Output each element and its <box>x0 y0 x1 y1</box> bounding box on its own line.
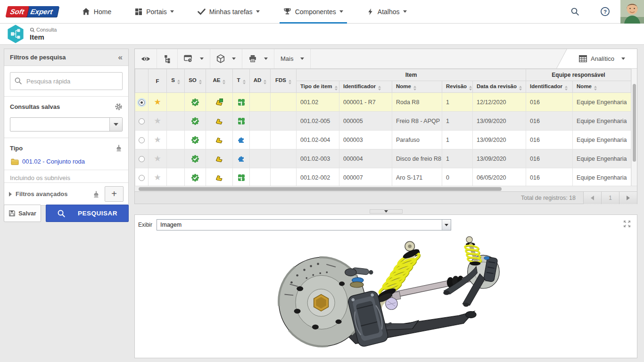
user-avatar[interactable] <box>620 0 644 24</box>
col-ad[interactable]: AD <box>250 69 271 93</box>
type-filter-value[interactable]: 001.02 - Conjunto roda <box>11 158 122 165</box>
view-mode-tab-analitico[interactable]: Analítico <box>567 49 637 68</box>
quick-search-input[interactable] <box>10 72 123 90</box>
advanced-filters-toggle[interactable]: Filtros avançados <box>16 190 68 197</box>
cell-nome: Disco de freio R8 <box>392 149 442 168</box>
structure-tree-button[interactable] <box>157 49 178 68</box>
saved-queries-select[interactable] <box>10 117 123 132</box>
nav-home[interactable]: Home <box>80 0 113 24</box>
table-row[interactable]: ★ 001.02 000001 - R7 Roda R8 1 12/12/202… <box>135 93 631 112</box>
total-records: Total de registros: 18 <box>521 195 576 201</box>
col-equipe-identificador[interactable]: Identificador <box>526 81 573 93</box>
cell-tipo-de-item: 001.02-003 <box>297 149 339 168</box>
exibir-value: Imagem <box>157 222 442 228</box>
t-structure-icon <box>237 173 246 182</box>
cell-equipe-identificador: 016 <box>526 131 573 149</box>
col-group-item: Item <box>297 69 526 81</box>
col-fds[interactable]: FDS <box>271 69 297 93</box>
col-identificador[interactable]: Identificador <box>339 81 392 93</box>
tasks-check-icon <box>198 8 206 16</box>
softexpert-logo[interactable]: Soft Expert <box>7 6 58 17</box>
table-row[interactable]: ★ 001.02-003 000004 Disco de freio R8 1 … <box>135 149 631 168</box>
row-radio[interactable] <box>139 156 145 162</box>
favorite-star-icon[interactable]: ★ <box>154 154 161 163</box>
sort-icon <box>565 86 568 90</box>
so-status-approved-icon <box>191 136 199 144</box>
table-row[interactable]: ★ 001.02-002 000007 Aro S-171 0 06/05/20… <box>135 168 631 186</box>
col-equipe-nome[interactable]: Nome <box>573 81 631 93</box>
panel-splitter-handle[interactable] <box>370 209 403 214</box>
fullscreen-icon[interactable] <box>623 220 631 228</box>
cell-s <box>167 93 185 112</box>
col-tipo-de-item[interactable]: Tipo de item <box>297 81 339 93</box>
collapse-sidebar-icon[interactable]: « <box>118 53 123 61</box>
sublevels-note: Incluindo os subníveis <box>4 170 128 182</box>
table-row[interactable]: ★ 001.02-005 000005 Freio R8 - APQP 1 13… <box>135 112 631 131</box>
favorite-star-icon[interactable]: ★ <box>154 135 161 144</box>
search-submit-button[interactable]: PESQUISAR <box>46 205 129 222</box>
ae-cad-part-icon <box>215 173 223 182</box>
item-image-preview <box>266 229 502 353</box>
add-filter-button[interactable]: + <box>105 186 124 202</box>
col-revisao[interactable]: Revisão <box>442 81 473 93</box>
horizontal-scrollbar[interactable] <box>135 186 637 191</box>
gear-icon[interactable] <box>115 103 123 111</box>
cell-ad <box>250 112 271 131</box>
cell-revisao: 1 <box>442 112 473 131</box>
nav-label: Componentes <box>295 8 336 16</box>
sort-icon <box>378 86 381 90</box>
favorite-star-icon[interactable]: ★ <box>154 116 161 125</box>
save-button[interactable]: Salvar <box>4 205 41 222</box>
nav-portais[interactable]: Portais <box>133 0 176 24</box>
row-radio[interactable] <box>139 137 145 143</box>
nav-componentes[interactable]: Componentes <box>281 0 345 24</box>
row-radio[interactable] <box>139 99 145 106</box>
chevron-down-icon <box>200 58 204 60</box>
col-s[interactable]: S <box>167 69 185 93</box>
print-button[interactable] <box>242 49 274 68</box>
next-page-button[interactable] <box>619 192 637 204</box>
col-t[interactable]: T <box>233 69 250 93</box>
col-so[interactable]: SO <box>185 69 206 93</box>
col-nome[interactable]: Nome <box>392 81 442 93</box>
col-favorite[interactable]: F <box>149 69 167 93</box>
floppy-icon <box>8 210 16 217</box>
row-radio[interactable] <box>139 118 145 124</box>
cell-equipe-identificador: 016 <box>526 168 573 186</box>
nav-minhas-tarefas[interactable]: Minhas tarefas <box>196 0 262 24</box>
global-search-icon[interactable] <box>560 7 590 16</box>
cell-equipe-nome: Equipe Engenharia <box>573 112 631 131</box>
cell-identificador: 000005 <box>339 112 392 131</box>
nav-atalhos[interactable]: Atalhos <box>365 0 409 24</box>
cell-nome: Parafuso <box>392 131 442 149</box>
cell-s <box>167 149 185 168</box>
cell-fds <box>271 112 297 131</box>
help-icon[interactable]: ? <box>590 7 620 16</box>
ae-cad-part-icon <box>215 136 223 144</box>
more-button[interactable]: Mais <box>274 49 311 68</box>
view-record-button[interactable] <box>135 49 157 68</box>
favorite-star-icon[interactable]: ★ <box>154 98 161 107</box>
col-ae[interactable]: AE <box>206 69 233 93</box>
favorite-star-icon[interactable]: ★ <box>154 173 161 182</box>
nav-label: Home <box>94 8 111 16</box>
clear-filter-icon[interactable] <box>115 144 123 152</box>
filters-title: Filtros de pesquisa <box>10 54 66 61</box>
so-status-approved-icon <box>191 173 199 182</box>
cell-tipo-de-item: 001.02-005 <box>297 112 339 131</box>
clear-filter-icon[interactable] <box>92 190 100 198</box>
cell-fds <box>271 149 297 168</box>
type-filter-link: 001.02 - Conjunto roda <box>22 158 85 165</box>
vertical-scrollbar[interactable] <box>631 69 637 186</box>
table-row[interactable]: ★ 001.02-004 000003 Parafuso 1 13/09/202… <box>135 131 631 149</box>
page-number[interactable]: 1 <box>601 192 619 204</box>
results-grid: F S SO AE T AD FDS Item Equipe responsáv… <box>135 69 637 186</box>
cell-identificador: 000004 <box>339 149 392 168</box>
3d-view-button[interactable] <box>210 49 242 68</box>
row-radio[interactable] <box>139 175 145 181</box>
cell-s <box>167 168 185 186</box>
cell-data-da-revisao: 13/09/2020 <box>473 131 526 149</box>
revision-window-button[interactable] <box>178 49 210 68</box>
col-data-da-revisao[interactable]: Data da revisão <box>473 81 526 93</box>
prev-page-button[interactable] <box>583 192 601 204</box>
